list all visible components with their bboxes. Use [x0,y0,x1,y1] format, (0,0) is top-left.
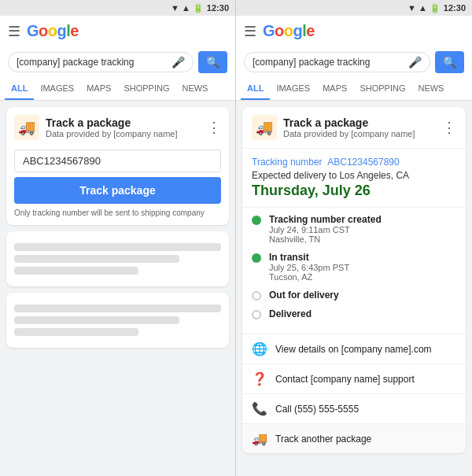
mic-icon-right[interactable]: 🎤 [408,56,422,68]
timeline-item-2: In transit July 25, 6:43pm PST Tucson, A… [252,252,456,282]
battery-icon-right: 🔋 [430,3,441,13]
timeline-text-4: Delivered [269,308,312,319]
tab-shopping-left[interactable]: SHOPPING [117,78,175,100]
content-right: 🚚 Track a package Data provided by [comp… [236,101,472,476]
skeleton-line [14,328,138,336]
tracking-number-input-left[interactable] [14,149,221,172]
wifi-icon: ▲ [182,3,190,13]
card-title-left: Track a package [46,116,178,129]
tab-all-right[interactable]: ALL [241,78,270,100]
timeline-sub-1: July 24, 9:11am CST [269,225,382,234]
tab-maps-left[interactable]: MAPS [80,78,117,100]
tabs-left: ALL IMAGES MAPS SHOPPING NEWS [0,78,235,101]
question-icon: ❓ [252,371,267,386]
timeline-sub-2: July 25, 6:43pm PST [269,263,349,272]
timeline-title-3: Out for delivery [269,290,339,301]
tab-maps-right[interactable]: MAPS [316,78,353,100]
action-track-another-label: Track another package [275,434,371,445]
search-input-right[interactable] [253,57,404,68]
tabs-right: ALL IMAGES MAPS SHOPPING NEWS [236,78,472,101]
tab-images-right[interactable]: IMAGES [270,78,316,100]
card-header-left: 🚚 Track a package Data provided by [comp… [14,115,221,140]
timeline-dot-1 [252,216,261,225]
track-card-left: 🚚 Track a package Data provided by [comp… [6,107,229,225]
timeline-loc-1: Nashville, TN [269,234,382,244]
delivery-label: Expected delivery to Los Angeles, CA [252,170,456,181]
card-subtitle-left: Data provided by [company name] [46,129,178,138]
left-panel: ▼ ▲ 🔋 12:30 ☰ Google 🎤 🔍 ALL IMAGES MAPS… [0,0,236,476]
search-button-right[interactable]: 🔍 [435,51,464,73]
search-input-left[interactable] [17,57,167,68]
timeline-text-2: In transit July 25, 6:43pm PST Tucson, A… [269,252,349,282]
skeleton-line [14,304,221,312]
track-button-label-left: Track package [79,184,156,197]
google-logo-right: Google [263,22,315,40]
mic-icon-left[interactable]: 🎤 [171,56,185,68]
search-icon-left: 🔍 [206,56,219,68]
track-button-left[interactable]: Track package [14,177,221,204]
action-view-details[interactable]: 🌐 View details on [company name].com [242,334,466,364]
phone-icon: 📞 [252,401,267,416]
hamburger-menu-right[interactable]: ☰ [244,23,256,40]
card-title-right: Track a package [283,116,415,129]
tab-news-right[interactable]: NEWS [411,78,450,100]
right-panel: ▼ ▲ 🔋 12:30 ☰ Google 🎤 🔍 ALL IMAGES MAPS… [236,0,472,476]
timeline-item-1: Tracking number created July 24, 9:11am … [252,214,456,244]
status-bar-left: ▼ ▲ 🔋 12:30 [0,0,235,16]
action-contact-support-label: Contact [company name] support [275,374,415,385]
signal-icon-right: ▼ [407,3,416,13]
search-button-left[interactable]: 🔍 [198,51,227,73]
search-icon-right: 🔍 [443,56,456,68]
timeline-title-1: Tracking number created [269,214,382,225]
skeleton-line [14,243,221,251]
time-left: 12:30 [207,3,229,13]
card-title-wrap-left: Track a package Data provided by [compan… [46,116,178,138]
search-input-wrap-left[interactable]: 🎤 [8,52,194,72]
timeline-dot-3 [252,291,261,301]
timeline-item-4: Delivered [252,308,456,319]
action-contact-support[interactable]: ❓ Contact [company name] support [242,364,466,394]
card-title-wrap-right: Track a package Data provided by [compan… [283,116,415,138]
tab-shopping-right[interactable]: SHOPPING [353,78,411,100]
truck-icon-action: 🚚 [252,431,267,446]
timeline-dot-2 [252,253,261,263]
tab-images-left[interactable]: IMAGES [34,78,80,100]
battery-icon: 🔋 [193,3,204,13]
wifi-icon-right: ▲ [419,3,427,13]
hamburger-menu-left[interactable]: ☰ [8,23,20,40]
content-left: 🚚 Track a package Data provided by [comp… [0,101,235,476]
results-card: 🚚 Track a package Data provided by [comp… [242,107,466,453]
action-call-label: Call (555) 555-5555 [275,404,359,415]
skeleton-line [14,267,138,275]
card-title-row-left: 🚚 Track a package Data provided by [comp… [14,115,178,140]
truck-icon-left: 🚚 [14,115,39,140]
search-input-wrap-right[interactable]: 🎤 [244,52,430,72]
timeline: Tracking number created July 24, 9:11am … [242,208,466,334]
tab-news-left[interactable]: NEWS [175,78,214,100]
status-icons-left: ▼ ▲ 🔋 [171,3,204,13]
truck-icon-right: 🚚 [252,115,277,140]
top-bar-left: ☰ Google [0,16,235,46]
search-bar-right: 🎤 🔍 [236,46,472,78]
timeline-title-2: In transit [269,252,349,263]
top-bar-right: ☰ Google [236,16,472,46]
action-track-another[interactable]: 🚚 Track another package [242,424,466,453]
more-icon-right[interactable]: ⋮ [442,119,456,136]
action-call[interactable]: 📞 Call (555) 555-5555 [242,394,466,424]
timeline-text-1: Tracking number created July 24, 9:11am … [269,214,382,244]
google-logo-left: Google [27,22,79,40]
tracking-number-value: ABC1234567890 [327,157,399,168]
search-bar-left: 🎤 🔍 [0,46,235,78]
timeline-text-3: Out for delivery [269,290,339,301]
results-card-header: 🚚 Track a package Data provided by [comp… [252,115,415,140]
timeline-item-3: Out for delivery [252,290,456,301]
status-bar-right: ▼ ▲ 🔋 12:30 [236,0,472,16]
timeline-loc-2: Tucson, AZ [269,272,349,282]
tab-all-left[interactable]: ALL [5,78,34,100]
more-icon-left[interactable]: ⋮ [207,119,221,136]
delivery-date: Thursday, July 26 [252,183,456,199]
time-right: 12:30 [444,3,466,13]
card-subtitle-right: Data provided by [company name] [283,129,415,138]
tracking-note-left: Only tracking number will be sent to shi… [14,208,221,217]
tracking-info: Tracking number ABC1234567890 Expected d… [242,149,466,208]
